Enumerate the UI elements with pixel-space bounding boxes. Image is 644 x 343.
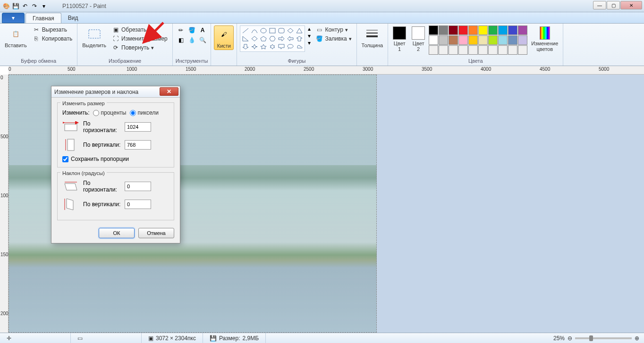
shape-pentagon[interactable] (259, 35, 268, 42)
shape-line[interactable] (241, 27, 250, 34)
palette-swatch[interactable] (458, 25, 468, 35)
eraser-icon[interactable]: ◧ (176, 35, 186, 45)
palette-swatch[interactable] (518, 25, 527, 35)
crop-button[interactable]: ▣Обрезать (110, 25, 169, 34)
palette-swatch[interactable] (449, 45, 458, 55)
copy-button[interactable]: ⎘Копировать (31, 34, 75, 43)
palette-swatch[interactable] (468, 35, 478, 45)
palette-swatch[interactable] (488, 35, 498, 45)
shape-arrow-r[interactable] (277, 35, 286, 42)
palette-swatch[interactable] (478, 45, 488, 55)
cut-button[interactable]: ✂Вырезать (31, 25, 75, 34)
maximize-button[interactable]: ▢ (607, 1, 620, 9)
palette-swatch[interactable] (429, 25, 438, 35)
shape-rtriangle[interactable] (241, 35, 250, 42)
bucket-icon[interactable]: 🪣 (186, 25, 197, 35)
edit-colors-button[interactable]: Изменение цветов (529, 25, 560, 53)
palette-swatch[interactable] (478, 35, 488, 45)
shape-star6[interactable] (268, 43, 277, 50)
shapes-scroll-down[interactable]: ▾ (308, 33, 311, 39)
dialog-close-button[interactable]: ✕ (160, 87, 178, 96)
shape-curve[interactable] (250, 27, 259, 34)
radio-percent-input[interactable] (93, 110, 99, 116)
shape-callout-rect[interactable] (277, 43, 286, 50)
dialog-titlebar[interactable]: Изменение размеров и наклона ✕ (51, 86, 180, 98)
palette-swatch[interactable] (498, 45, 508, 55)
shape-rect[interactable] (268, 27, 277, 34)
cancel-button[interactable]: Отмена (138, 228, 174, 238)
zoom-in-button[interactable]: ⊕ (635, 335, 639, 342)
palette-swatch[interactable] (429, 35, 438, 45)
redo-icon[interactable]: ↷ (30, 2, 39, 10)
palette-swatch[interactable] (488, 45, 498, 55)
outline-button[interactable]: ▭Контур ▾ (314, 25, 353, 34)
shape-diamond[interactable] (250, 35, 259, 42)
zoom-out-button[interactable]: ⊖ (568, 335, 572, 342)
rotate-button[interactable]: ⟳Повернуть ▾ (110, 43, 169, 52)
zoom-slider[interactable] (575, 337, 632, 339)
color2-button[interactable]: Цвет 2 (410, 25, 427, 53)
shapes-grid[interactable] (240, 25, 305, 52)
palette-swatch[interactable] (468, 25, 478, 35)
text-icon[interactable]: A (197, 25, 208, 35)
shape-arrow-u[interactable] (295, 35, 304, 42)
palette-swatch[interactable] (518, 45, 527, 55)
minimize-button[interactable]: — (593, 1, 606, 9)
palette-swatch[interactable] (468, 45, 478, 55)
magnifier-icon[interactable]: 🔍 (197, 35, 208, 45)
select-button[interactable]: Выделить (80, 25, 108, 49)
shape-star4[interactable] (250, 43, 259, 50)
radio-pixels[interactable]: пиксели (130, 109, 159, 116)
vertical-input[interactable] (125, 140, 151, 150)
shape-star5[interactable] (259, 43, 268, 50)
undo-icon[interactable]: ↶ (21, 2, 29, 10)
palette-swatch[interactable] (449, 35, 458, 45)
skew-h-input[interactable] (125, 182, 151, 191)
shape-callout-cloud[interactable] (295, 43, 304, 50)
qat-dropdown-icon[interactable]: ▾ (40, 2, 48, 10)
ok-button[interactable]: ОК (99, 228, 135, 238)
palette-swatch[interactable] (488, 25, 498, 35)
pencil-icon[interactable]: ✏ (176, 25, 186, 35)
close-button[interactable]: ✕ (620, 1, 642, 9)
shape-arrow-d[interactable] (241, 43, 250, 50)
palette-swatch[interactable] (508, 35, 517, 45)
color1-button[interactable]: Цвет 1 (391, 25, 408, 53)
resize-button[interactable]: ⛶Изменить размер (110, 34, 169, 43)
shape-callout-oval[interactable] (286, 43, 295, 50)
skew-v-input[interactable] (125, 200, 151, 209)
radio-percent[interactable]: проценты (93, 109, 126, 116)
file-tab[interactable]: ▾ (2, 13, 25, 23)
shapes-expand[interactable]: ▾ (308, 40, 311, 46)
picker-icon[interactable]: 💧 (186, 35, 197, 45)
shape-roundrect[interactable] (277, 27, 286, 34)
palette-swatch[interactable] (439, 25, 448, 35)
palette-swatch[interactable] (498, 25, 508, 35)
tab-view[interactable]: Вид (61, 13, 85, 23)
save-icon[interactable]: 💾 (11, 2, 20, 10)
radio-pixels-input[interactable] (130, 110, 136, 116)
shape-triangle[interactable] (295, 27, 304, 34)
paste-button[interactable]: 📋 Вставить (3, 25, 29, 49)
thickness-button[interactable]: Толщина (360, 25, 385, 49)
palette-swatch[interactable] (458, 45, 468, 55)
palette-swatch[interactable] (508, 45, 517, 55)
palette-swatch[interactable] (429, 45, 438, 55)
fill-button[interactable]: 🪣Заливка ▾ (314, 34, 353, 43)
shapes-scroll-up[interactable]: ▴ (308, 25, 311, 32)
shape-polygon[interactable] (286, 27, 295, 34)
palette-swatch[interactable] (439, 35, 448, 45)
palette-swatch[interactable] (458, 35, 468, 45)
shape-arrow-l[interactable] (286, 35, 295, 42)
brushes-button[interactable]: 🖌 Кисти (214, 25, 234, 50)
palette-swatch[interactable] (478, 25, 488, 35)
tab-main[interactable]: Главная (25, 13, 61, 23)
shape-hexagon[interactable] (268, 35, 277, 42)
keep-ratio-checkbox[interactable] (62, 156, 68, 162)
palette-swatch[interactable] (498, 35, 508, 45)
palette-swatch[interactable] (439, 45, 448, 55)
palette-swatch[interactable] (508, 25, 517, 35)
palette-swatch[interactable] (518, 35, 527, 45)
palette-swatch[interactable] (449, 25, 458, 35)
shape-oval[interactable] (259, 27, 268, 34)
